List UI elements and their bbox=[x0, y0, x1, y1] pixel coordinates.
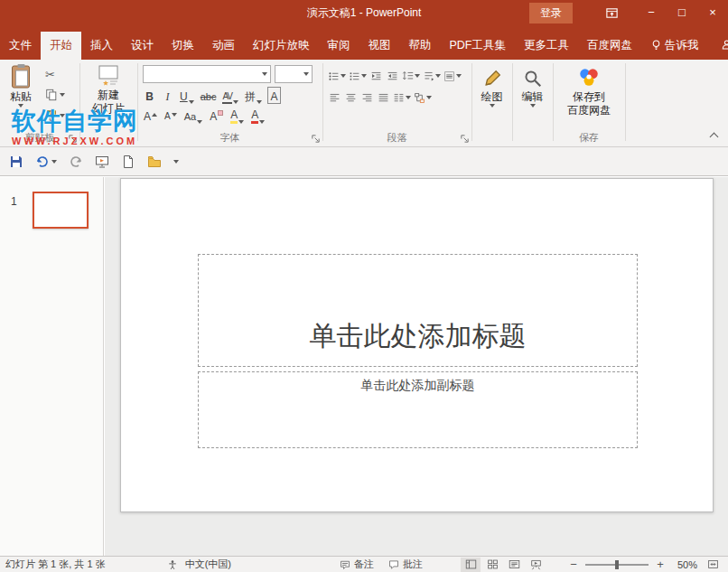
comment-icon bbox=[388, 559, 399, 570]
strikethrough-button[interactable]: abc bbox=[200, 87, 218, 104]
tab-baidu-netdisk[interactable]: 百度网盘 bbox=[578, 32, 641, 60]
format-painter-button[interactable] bbox=[43, 107, 67, 125]
tell-me-box[interactable]: 告诉我 bbox=[641, 32, 708, 60]
align-right-button[interactable] bbox=[359, 89, 374, 107]
tab-design[interactable]: 设计 bbox=[122, 32, 163, 60]
zoom-slider-thumb[interactable] bbox=[615, 560, 619, 569]
columns-button[interactable] bbox=[392, 89, 411, 107]
increase-indent-button[interactable] bbox=[385, 67, 399, 85]
font-name-combobox[interactable] bbox=[143, 65, 271, 83]
indent-icon bbox=[387, 70, 398, 82]
save-button[interactable] bbox=[9, 152, 23, 172]
highlight-color-button[interactable]: A bbox=[229, 107, 245, 124]
font-color-button[interactable]: A bbox=[250, 107, 266, 124]
subtitle-placeholder[interactable]: 单击此处添加副标题 bbox=[198, 371, 638, 448]
font-size-combobox[interactable] bbox=[275, 65, 313, 83]
tab-view[interactable]: 视图 bbox=[359, 32, 400, 60]
undo-button[interactable] bbox=[35, 152, 57, 172]
copy-button[interactable] bbox=[43, 86, 67, 104]
status-bar: 幻灯片 第 1 张, 共 1 张 中文(中国) 备注 批注 − + 50% bbox=[0, 556, 728, 572]
zoom-level[interactable]: 50% bbox=[672, 559, 697, 570]
tab-insert[interactable]: 插入 bbox=[81, 32, 122, 60]
slideshow-view-button[interactable] bbox=[526, 558, 546, 572]
ribbon-display-options-icon bbox=[605, 6, 619, 20]
normal-view-button[interactable] bbox=[461, 558, 481, 572]
redo-button[interactable] bbox=[69, 152, 83, 172]
slide-thumbnail-panel: 1 bbox=[0, 177, 104, 556]
justify-button[interactable] bbox=[376, 89, 390, 107]
slide-thumbnail[interactable] bbox=[33, 192, 89, 229]
clipboard-dialog-launcher[interactable] bbox=[68, 134, 78, 144]
save-to-baidu-button[interactable]: 保存到 百度网盘 bbox=[560, 65, 618, 117]
italic-button[interactable]: I bbox=[161, 87, 174, 104]
align-text-button[interactable] bbox=[443, 67, 462, 85]
tab-home[interactable]: 开始 bbox=[41, 32, 81, 60]
editing-button[interactable]: 编辑 bbox=[516, 69, 549, 108]
title-placeholder[interactable]: 单击此处添加标题 bbox=[198, 254, 638, 367]
zoom-out-button[interactable]: − bbox=[567, 558, 580, 571]
tab-pdf-tools[interactable]: PDF工具集 bbox=[441, 32, 516, 60]
drawing-button[interactable]: 绘图 bbox=[475, 69, 509, 108]
new-slide-button[interactable]: 新建 幻灯片 bbox=[85, 63, 132, 119]
reading-view-button[interactable] bbox=[504, 558, 524, 572]
notes-button[interactable]: 备注 bbox=[340, 558, 374, 571]
font-dialog-launcher[interactable] bbox=[311, 134, 321, 144]
line-spacing-button[interactable] bbox=[401, 67, 420, 85]
slide-sorter-view-button[interactable] bbox=[482, 558, 502, 572]
undo-icon bbox=[35, 155, 50, 169]
numbering-button[interactable] bbox=[348, 67, 367, 85]
customize-qat-button[interactable] bbox=[173, 152, 179, 172]
change-case-button[interactable]: Aa bbox=[183, 107, 203, 124]
maximize-button[interactable]: □ bbox=[667, 0, 697, 25]
open-folder-button[interactable] bbox=[147, 152, 162, 172]
text-direction-icon bbox=[423, 70, 434, 82]
quick-access-toolbar bbox=[0, 147, 728, 176]
scissors-icon: ✂ bbox=[45, 68, 55, 81]
bullets-button[interactable] bbox=[327, 67, 346, 85]
zoom-in-button[interactable]: + bbox=[654, 558, 667, 571]
bold-button[interactable]: B bbox=[143, 87, 156, 104]
decrease-indent-button[interactable] bbox=[369, 67, 383, 85]
character-border-button[interactable]: A bbox=[267, 87, 281, 104]
accessibility-button[interactable] bbox=[167, 559, 178, 570]
clear-formatting-button[interactable]: A bbox=[209, 107, 224, 124]
collapse-ribbon-button[interactable] bbox=[706, 131, 721, 142]
minimize-button[interactable]: − bbox=[636, 0, 667, 25]
redo-icon bbox=[69, 155, 83, 169]
tab-transitions[interactable]: 切换 bbox=[163, 32, 203, 60]
phonetic-guide-button[interactable]: 拼 bbox=[244, 87, 263, 104]
new-document-button[interactable] bbox=[121, 152, 135, 172]
login-button[interactable]: 登录 bbox=[529, 3, 573, 23]
tab-slideshow[interactable]: 幻灯片放映 bbox=[244, 32, 319, 60]
align-left-button[interactable] bbox=[327, 89, 341, 107]
tab-animations[interactable]: 动画 bbox=[203, 32, 244, 60]
convert-smartart-button[interactable] bbox=[413, 89, 432, 107]
shrink-font-button[interactable]: A bbox=[163, 107, 178, 124]
cut-button[interactable]: ✂ bbox=[43, 65, 67, 83]
slide-canvas[interactable]: 单击此处添加标题 单击此处添加副标题 bbox=[120, 178, 714, 512]
normal-view-icon bbox=[465, 558, 477, 570]
close-button[interactable]: × bbox=[697, 0, 728, 25]
ribbon-display-options-button[interactable] bbox=[596, 0, 627, 25]
zoom-slider[interactable] bbox=[585, 564, 649, 566]
text-direction-button[interactable] bbox=[422, 67, 441, 85]
slide-editing-area[interactable]: 单击此处添加标题 单击此处添加副标题 bbox=[105, 177, 728, 556]
share-button[interactable]: 共享 bbox=[708, 32, 728, 60]
tab-more-tools[interactable]: 更多工具 bbox=[515, 32, 578, 60]
save-icon bbox=[9, 155, 23, 169]
align-center-button[interactable] bbox=[343, 89, 358, 107]
ribbon-tabs: 文件 开始 插入 设计 切换 动画 幻灯片放映 审阅 视图 帮助 PDF工具集 … bbox=[0, 25, 728, 60]
tab-review[interactable]: 审阅 bbox=[319, 32, 359, 60]
fit-to-window-button[interactable] bbox=[703, 558, 723, 572]
language-button[interactable]: 中文(中国) bbox=[185, 558, 231, 571]
comments-button[interactable]: 批注 bbox=[388, 558, 423, 571]
character-spacing-button[interactable]: AV bbox=[221, 87, 239, 104]
paragraph-dialog-launcher[interactable] bbox=[460, 134, 470, 144]
start-slideshow-button[interactable] bbox=[95, 152, 109, 172]
tab-help[interactable]: 帮助 bbox=[400, 32, 441, 60]
grow-font-button[interactable]: A bbox=[143, 107, 158, 124]
underline-button[interactable]: U bbox=[179, 87, 195, 104]
tab-file[interactable]: 文件 bbox=[0, 32, 41, 60]
editing-group: 编辑 bbox=[512, 60, 553, 146]
paste-button[interactable]: 粘贴 bbox=[4, 63, 38, 108]
